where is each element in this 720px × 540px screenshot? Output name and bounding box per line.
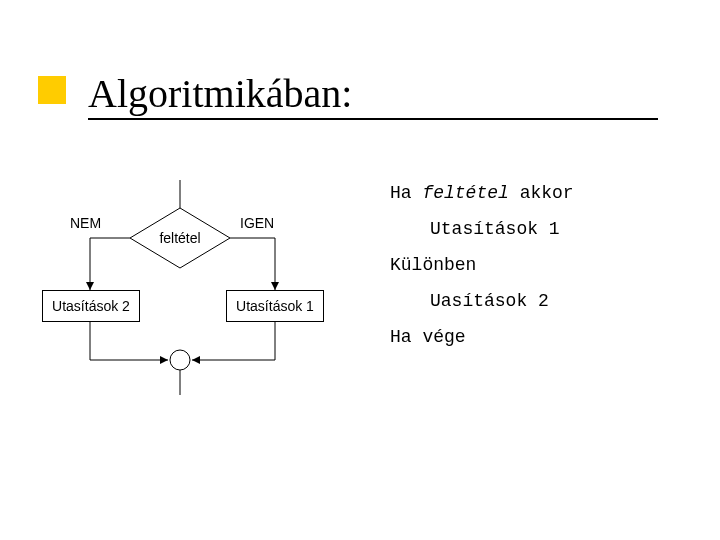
svg-marker-4 (86, 282, 94, 290)
code-kw-akkor: akkor (509, 183, 574, 203)
pseudocode: Ha feltétel akkor Utasítások 1 Különben … (390, 175, 574, 355)
condition-label: feltétel (140, 230, 220, 246)
code-kw-ha: Ha (390, 183, 422, 203)
code-line-4: Uasítások 2 (390, 283, 574, 319)
code-line-5: Ha vége (390, 319, 574, 355)
title-underline (88, 118, 658, 120)
svg-point-14 (170, 350, 190, 370)
instructions-2-box: Utasítások 2 (42, 290, 140, 322)
svg-marker-7 (271, 282, 279, 290)
svg-marker-10 (160, 356, 168, 364)
svg-marker-13 (192, 356, 200, 364)
code-line-1: Ha feltétel akkor (390, 175, 574, 211)
title-bullet-square (38, 76, 66, 104)
code-line-2: Utasítások 1 (390, 211, 574, 247)
flowchart: feltétel NEM IGEN Utasítások 2 Utasításo… (50, 170, 350, 450)
code-line-3: Különben (390, 247, 574, 283)
instructions-1-box: Utasítások 1 (226, 290, 324, 322)
branch-label-no: NEM (70, 215, 101, 231)
slide-title: Algoritmikában: (88, 70, 352, 117)
code-condition: feltétel (422, 183, 508, 203)
branch-label-yes: IGEN (240, 215, 274, 231)
